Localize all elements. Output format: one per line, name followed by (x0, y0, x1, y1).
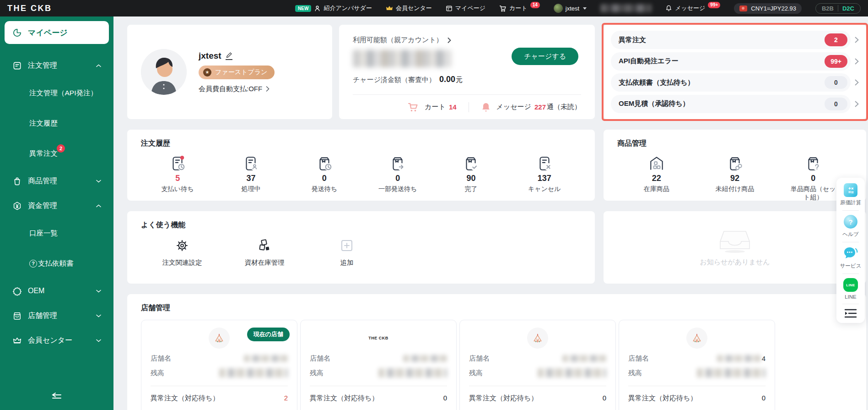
store-card-3[interactable]: 店舗名 残高 異常注文（対応待ち）0 (459, 320, 616, 410)
store-mgmt-title: 店舗管理 (141, 303, 852, 313)
store-avatar (527, 328, 548, 349)
cost-calculator-tool[interactable]: 原価計算 (840, 183, 861, 206)
line-tool[interactable]: LINE LINE (843, 278, 858, 300)
stat-processing[interactable]: 37 処理中 (214, 155, 287, 193)
question-circle-icon: ? (844, 215, 857, 229)
help-label: ヘルプ (842, 231, 858, 238)
masked-account-info[interactable] (600, 4, 652, 12)
member-center-sidebar-label: 会員センター (28, 336, 72, 345)
sidebar-item-payment-request[interactable]: ? 支払依頼書 (5, 248, 109, 279)
divider (628, 386, 766, 386)
footer-message-item[interactable]: メッセージ 227 通（未読） (496, 103, 581, 111)
store-card-1[interactable]: 現在の店舗 店舗名 残高 異常注文（対応待ち）2 (141, 320, 297, 410)
stat-value: 0 (322, 174, 327, 183)
warehouse-icon (648, 155, 665, 172)
messages-link[interactable]: メッセージ 99+ (665, 4, 720, 12)
quick-item-add[interactable]: 追加 (306, 237, 388, 267)
service-tool[interactable]: サービス (840, 246, 862, 269)
store-card-2[interactable]: THE CKB 店舗名 残高 異常注文（対応待ち）0 (300, 320, 457, 410)
available-balance-link[interactable]: 利用可能額（親アカウント） (353, 36, 581, 44)
charged-amount-unit: 元 (456, 76, 463, 84)
sidebar-collapse-button[interactable] (0, 393, 113, 400)
ckb-logo[interactable]: THE CKB (7, 4, 52, 13)
stat-cancelled[interactable]: 137 キャンセル (508, 155, 581, 193)
tent-icon (214, 333, 224, 343)
stat-label: キャンセル (528, 185, 561, 193)
order-awaiting-shipment-icon (316, 155, 333, 172)
chevron-up-icon (96, 204, 101, 208)
stat-stock-products[interactable]: 22 在庫商品 (617, 155, 695, 201)
messages-label: メッセージ (675, 4, 705, 12)
user-menu[interactable]: jxtest (554, 4, 587, 13)
sidebar-item-store-mgmt[interactable]: 店舗管理 (5, 303, 109, 328)
chevron-right-icon (855, 37, 859, 43)
alert-row-abnormal-orders[interactable]: 異常注文 2 (611, 31, 859, 49)
top-navigation-bar: THE CKB NEW 紹介アンバサダー 会員センター マイページ カート 14… (0, 0, 868, 16)
toolbar-collapse-button[interactable] (844, 308, 857, 318)
sidebar-item-product-mgmt[interactable]: 商品管理 (5, 169, 109, 193)
order-processing-icon (242, 155, 259, 172)
masked-store-balance (697, 368, 766, 377)
masked-store-name (403, 355, 447, 362)
cart-count-badge: 14 (530, 2, 540, 9)
sidebar-item-fund-mgmt[interactable]: 資金管理 (5, 193, 109, 218)
charge-button[interactable]: チャージする (512, 48, 578, 65)
order-doc-icon (12, 61, 22, 71)
mypage-link[interactable]: マイページ (446, 4, 485, 12)
sidebar-item-abnormal-orders[interactable]: 異常注文 2 (5, 138, 109, 169)
alert-row-api-errors[interactable]: API自動発注エラー 99+ (611, 52, 859, 71)
abnormal-orders-label: 異常注文 (29, 149, 58, 159)
sidebar-item-member-center[interactable]: 会員センター (5, 328, 109, 353)
cart-link[interactable]: カート 14 (499, 4, 540, 12)
mypage-icon (446, 5, 453, 12)
chevron-right-icon (855, 79, 859, 86)
username: jxtest (566, 5, 579, 12)
pie-chart-icon (12, 28, 22, 38)
sidebar-item-order-mgmt[interactable]: 注文管理 (5, 53, 109, 78)
store-abnormal-label: 異常注文（対応待ち） (151, 394, 219, 403)
sidebar-item-order-api[interactable]: 注文管理（API発注） (5, 78, 109, 108)
alert-label: API自動発注エラー (619, 57, 679, 66)
masked-store-balance (538, 368, 606, 377)
medal-icon: ★ (203, 68, 211, 77)
stat-value: 92 (730, 174, 739, 183)
shopping-bag-icon (12, 176, 22, 186)
member-center-link[interactable]: 会員センター (386, 4, 432, 12)
stat-label: 在庫商品 (644, 185, 669, 193)
box-link-icon (726, 155, 744, 172)
quick-functions-card: よく使う機能 注文関連設定 資材在庫管理 追加 (127, 211, 595, 284)
sidebar-item-mypage[interactable]: マイページ (5, 21, 109, 44)
cost-calc-label: 原価計算 (840, 199, 861, 206)
b2b-d2c-toggle[interactable]: B2B D2C (815, 3, 861, 14)
stat-pending-payment[interactable]: 5 支払い待ち (141, 155, 214, 193)
store-card-4[interactable]: 店舗名4 残高 異常注文（対応待ち）0 (619, 320, 775, 410)
b2b-option[interactable]: B2B (822, 5, 834, 12)
masked-store-name (244, 355, 288, 362)
help-tool[interactable]: ? ヘルプ (842, 215, 858, 238)
stat-awaiting-shipment[interactable]: 0 発送待ち (288, 155, 361, 193)
sidebar-item-order-history[interactable]: 注文履歴 (5, 108, 109, 138)
quick-item-order-settings[interactable]: 注文関連設定 (141, 237, 223, 267)
order-mgmt-label: 注文管理 (28, 61, 57, 71)
sidebar-mypage-label: マイページ (28, 27, 68, 38)
alert-row-payment-requests[interactable]: 支払依頼書（支払待ち） 0 (611, 73, 859, 92)
footer-cart-item[interactable]: カート 14 (425, 103, 456, 111)
divider (842, 210, 859, 211)
sidebar-item-oem[interactable]: OEM (5, 279, 109, 303)
sidebar-item-account-list[interactable]: 口座一覧 (5, 218, 109, 248)
d2c-option[interactable]: D2C (842, 5, 854, 12)
alert-count-badge: 0 (825, 98, 847, 110)
quick-item-material-stock[interactable]: 資材在庫管理 (223, 237, 306, 267)
alert-row-oem-quotes[interactable]: OEM見積（承認待ち） 0 (611, 95, 859, 113)
stat-completed[interactable]: 90 完了 (434, 155, 507, 193)
stat-unlinked-products[interactable]: 92 未紐付け商品 (695, 155, 774, 201)
stat-partial-shipment[interactable]: 0 一部発送待ち (361, 155, 434, 193)
quick-functions-title: よく使う機能 (141, 220, 581, 230)
autopay-link[interactable]: 会員費自動支払:OFF (199, 85, 275, 93)
currency-rate[interactable]: CNY1=JPY22.93 (734, 3, 802, 14)
ambassador-link[interactable]: NEW 紹介アンバサダー (295, 4, 372, 12)
edit-pencil-icon[interactable] (226, 52, 232, 60)
stat-label: 未紐付け商品 (716, 185, 754, 193)
order-history-title: 注文履歴 (141, 139, 581, 148)
plan-badge[interactable]: ★ ファーストプラン (199, 66, 275, 79)
